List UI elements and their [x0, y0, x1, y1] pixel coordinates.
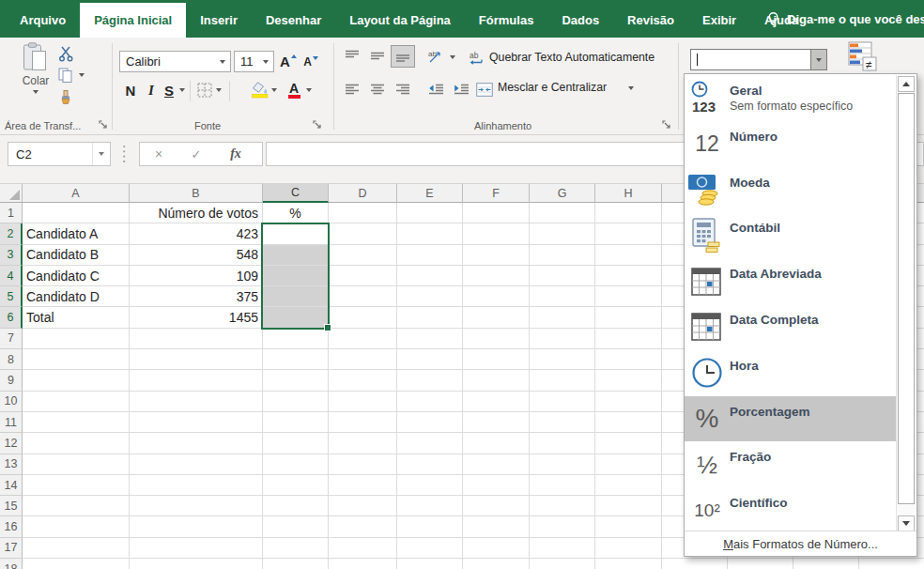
cell-A7[interactable]	[23, 329, 130, 349]
cell-E7[interactable]	[397, 329, 463, 349]
copy-button[interactable]	[56, 67, 75, 84]
tab-arquivo[interactable]: Arquivo	[6, 3, 80, 38]
align-left-button[interactable]	[341, 79, 363, 100]
tab-formulas[interactable]: Fórmulas	[465, 3, 548, 38]
cell-A11[interactable]	[23, 412, 130, 433]
select-all-button[interactable]	[0, 183, 23, 203]
cell-F15[interactable]	[463, 496, 530, 516]
cell-E2[interactable]	[397, 223, 463, 244]
cell-B15[interactable]	[130, 496, 263, 516]
enter-button[interactable]: ✓	[177, 147, 215, 161]
format-option-contabil[interactable]: Contábil	[685, 212, 896, 258]
cell-H16[interactable]	[595, 516, 662, 537]
cell-E5[interactable]	[397, 286, 463, 307]
cell-G6[interactable]	[530, 307, 595, 328]
alignment-dialog-launcher[interactable]	[661, 119, 672, 131]
cell-C15[interactable]	[263, 496, 329, 516]
cell-F7[interactable]	[463, 329, 530, 349]
cell-A16[interactable]	[23, 516, 130, 537]
cell-B8[interactable]	[130, 349, 263, 370]
row-header-15[interactable]: 15	[0, 496, 23, 516]
number-format-combo[interactable]	[690, 49, 827, 70]
row-header-16[interactable]: 16	[0, 516, 23, 537]
cell-G7[interactable]	[530, 329, 595, 349]
cell-G12[interactable]	[530, 433, 595, 454]
cell-H1[interactable]	[595, 203, 662, 223]
cell-F17[interactable]	[463, 538, 530, 559]
cell-B11[interactable]	[130, 412, 263, 433]
cell-H8[interactable]	[595, 349, 662, 370]
cell-H4[interactable]	[595, 266, 662, 286]
cell-G16[interactable]	[530, 516, 595, 537]
cell-A2[interactable]: Candidato A	[23, 223, 130, 244]
cell-D11[interactable]	[329, 412, 397, 433]
cell-E6[interactable]	[397, 307, 463, 328]
cell-E13[interactable]	[397, 454, 463, 475]
cell-L18[interactable]	[859, 559, 924, 569]
cell-F13[interactable]	[463, 454, 530, 475]
align-top-button[interactable]	[341, 46, 363, 67]
format-option-data-completa[interactable]: Data Completa	[685, 304, 896, 350]
row-header-14[interactable]: 14	[0, 475, 23, 496]
row-header-4[interactable]: 4	[0, 266, 23, 286]
cell-H13[interactable]	[595, 454, 662, 475]
cell-F8[interactable]	[463, 349, 530, 370]
cell-F18[interactable]	[463, 559, 530, 569]
decrease-font-button[interactable]: A	[300, 51, 321, 73]
cell-D9[interactable]	[329, 370, 397, 391]
borders-button[interactable]	[195, 81, 214, 100]
cell-D7[interactable]	[329, 329, 397, 349]
row-header-3[interactable]: 3	[0, 245, 23, 266]
cell-H9[interactable]	[595, 370, 662, 391]
row-header-18[interactable]: 18	[0, 559, 23, 569]
row-header-9[interactable]: 9	[0, 370, 23, 391]
cell-G14[interactable]	[530, 475, 595, 496]
cell-B1[interactable]: Número de votos	[130, 203, 263, 223]
row-header-8[interactable]: 8	[0, 349, 23, 370]
cell-D8[interactable]	[329, 349, 397, 370]
tab-exibir[interactable]: Exibir	[688, 3, 750, 38]
align-middle-button[interactable]	[366, 46, 389, 67]
format-option-data-abreviada[interactable]: Data Abreviada	[685, 258, 896, 304]
number-format-dropdown-button[interactable]	[810, 50, 826, 69]
row-header-2[interactable]: 2	[0, 223, 23, 244]
font-size-combo[interactable]: 11	[234, 51, 274, 72]
conditional-formatting-icon[interactable]: ≠	[842, 41, 882, 75]
cell-B16[interactable]	[130, 516, 263, 537]
merge-center-label[interactable]: Mesclar e Centralizar	[498, 81, 607, 94]
cell-F9[interactable]	[463, 370, 530, 391]
cell-D10[interactable]	[329, 392, 397, 412]
cell-E9[interactable]	[397, 370, 463, 391]
cell-G11[interactable]	[530, 412, 595, 433]
cell-A5[interactable]: Candidato D	[23, 286, 130, 307]
row-header-17[interactable]: 17	[0, 538, 23, 559]
column-header-F[interactable]: F	[463, 183, 530, 203]
cell-G15[interactable]	[530, 496, 595, 516]
cell-E16[interactable]	[397, 516, 463, 537]
cell-E3[interactable]	[397, 245, 463, 266]
cell-B5[interactable]: 375	[130, 286, 263, 307]
cell-B7[interactable]	[130, 329, 263, 349]
format-option-geral[interactable]: 123GeralSem formato específico	[685, 75, 896, 121]
cell-E1[interactable]	[397, 203, 463, 223]
format-painter-button[interactable]	[56, 89, 75, 107]
font-color-button[interactable]: A	[285, 79, 303, 101]
row-header-13[interactable]: 13	[0, 454, 23, 475]
cell-H2[interactable]	[595, 223, 662, 244]
cell-H10[interactable]	[595, 392, 662, 412]
cell-E12[interactable]	[397, 433, 463, 454]
cell-C18[interactable]	[263, 559, 329, 569]
cell-D14[interactable]	[329, 475, 397, 496]
merge-center-button[interactable]	[475, 81, 494, 98]
cell-F16[interactable]	[463, 516, 530, 537]
cell-G4[interactable]	[530, 266, 595, 286]
cell-G5[interactable]	[530, 286, 595, 307]
cell-E10[interactable]	[397, 392, 463, 412]
cell-D3[interactable]	[329, 245, 397, 266]
cell-C1[interactable]: %	[263, 203, 329, 223]
cell-A10[interactable]	[23, 392, 130, 412]
bold-button[interactable]: N	[120, 79, 141, 101]
row-header-1[interactable]: 1	[0, 203, 23, 223]
cell-A3[interactable]: Candidato B	[23, 245, 130, 266]
cell-F3[interactable]	[463, 245, 530, 266]
